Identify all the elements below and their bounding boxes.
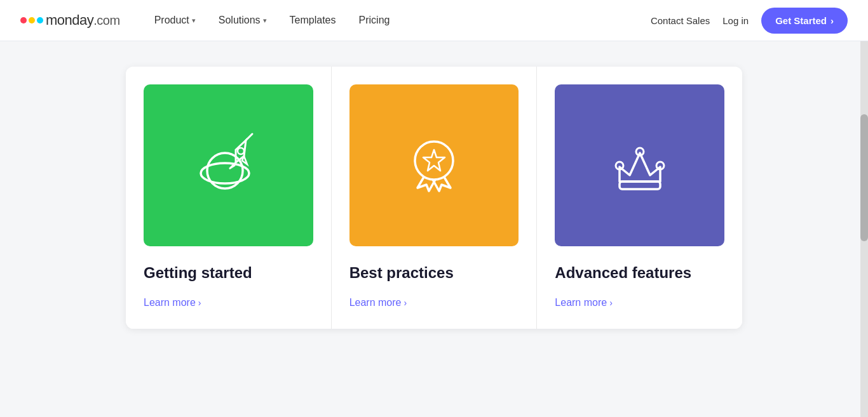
cards-container: Getting started Learn more › (126, 67, 742, 329)
nav-solutions-label: Solutions (219, 15, 261, 26)
nav-solutions[interactable]: Solutions ▾ (210, 10, 276, 31)
nav-templates-label: Templates (290, 15, 336, 26)
nav-pricing[interactable]: Pricing (350, 10, 399, 31)
crown-icon (602, 128, 678, 204)
nav-pricing-label: Pricing (359, 15, 390, 26)
logo-monday: monday (46, 12, 93, 28)
nav-templates[interactable]: Templates (281, 10, 345, 31)
logo-dots (20, 17, 43, 23)
card-best-practices[interactable]: Best practices Learn more › (332, 67, 538, 329)
dot-blue (37, 17, 43, 23)
rocket-icon (190, 128, 266, 204)
nav-product[interactable]: Product ▾ (146, 10, 205, 31)
arrow-icon: › (404, 298, 407, 308)
learn-more-label-0: Learn more (144, 297, 196, 308)
card-image-advanced-features (555, 84, 724, 246)
arrow-icon: › (198, 298, 201, 308)
learn-more-best-practices[interactable]: Learn more › (349, 297, 519, 308)
svg-rect-4 (620, 182, 660, 189)
card-getting-started[interactable]: Getting started Learn more › (126, 67, 332, 329)
learn-more-advanced-features[interactable]: Learn more › (555, 297, 724, 308)
get-started-button[interactable]: Get Started › (761, 8, 848, 34)
nav-product-label: Product (154, 15, 189, 26)
card-image-getting-started (144, 84, 313, 246)
learn-more-label-1: Learn more (349, 297, 402, 308)
award-icon (396, 128, 472, 204)
contact-sales-link[interactable]: Contact Sales (651, 15, 710, 26)
arrow-right-icon: › (831, 15, 834, 26)
dot-yellow (29, 17, 35, 23)
header-right: Contact Sales Log in Get Started › (651, 8, 848, 34)
card-image-best-practices (349, 84, 519, 246)
get-started-label: Get Started (775, 15, 827, 26)
chevron-down-icon: ▾ (192, 17, 196, 25)
arrow-icon: › (609, 298, 613, 308)
logo-icon: monday.com (20, 12, 120, 29)
dot-red (20, 17, 27, 23)
card-title-best-practices: Best practices (349, 264, 519, 282)
scrollbar-track[interactable] (860, 0, 868, 417)
main-nav: Product ▾ Solutions ▾ Templates Pricing (146, 10, 651, 31)
logo-wordmark: monday.com (46, 12, 120, 29)
card-advanced-features[interactable]: Advanced features Learn more › (537, 67, 742, 329)
logo[interactable]: monday.com (20, 12, 120, 29)
scrollbar-thumb[interactable] (860, 114, 868, 241)
card-title-getting-started: Getting started (144, 264, 313, 282)
learn-more-getting-started[interactable]: Learn more › (144, 297, 313, 308)
main-content: Getting started Learn more › (0, 41, 868, 416)
learn-more-label-2: Learn more (555, 297, 607, 308)
svg-point-3 (415, 142, 453, 180)
header: monday.com Product ▾ Solutions ▾ Templat… (0, 0, 868, 41)
login-link[interactable]: Log in (722, 15, 749, 26)
logo-dotcom: .com (93, 13, 119, 27)
card-title-advanced-features: Advanced features (555, 264, 724, 282)
svg-point-2 (238, 148, 244, 154)
chevron-down-icon: ▾ (263, 17, 267, 25)
